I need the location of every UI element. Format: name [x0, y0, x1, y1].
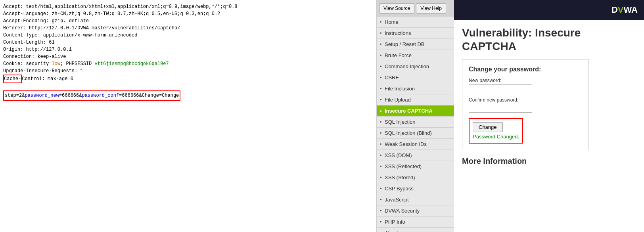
change-button[interactable]: Change [473, 122, 503, 132]
sidebar-item-csrf[interactable]: CSRF [377, 72, 454, 83]
sidebar-item-php-info[interactable]: PHP Info [377, 217, 454, 228]
sidebar-item-xss-reflected[interactable]: XSS (Reflected) [377, 161, 454, 172]
right-panel: DVWA Vulnerability: Insecure CAPTCHA Cha… [454, 0, 644, 232]
sidebar-item-sql-injection-blind[interactable]: SQL Injection (Blind) [377, 128, 454, 139]
sidebar-item-setup-reset-db[interactable]: Setup / Reset DB [377, 39, 454, 50]
line-referer: Referer: http://127.0.0.1/DVWA-master/vu… [3, 25, 373, 32]
more-info-heading: More Information [462, 157, 636, 166]
line-blank [3, 83, 373, 90]
sidebar-item-xss-dom[interactable]: XSS (DOM) [377, 150, 454, 161]
password-changed-msg: Password Changed. [473, 134, 519, 140]
navigation-panel: View Source View Help HomeInstructionsSe… [377, 0, 454, 232]
password-change-form: Change your password: New password: Conf… [462, 59, 589, 150]
line-accept: Accept: text/html,application/xhtml+xml,… [3, 3, 373, 10]
line-cache-control: Cache-Control: max-age=0 [3, 75, 373, 83]
sidebar-item-xss-stored[interactable]: XSS (Stored) [377, 172, 454, 183]
line-post-data: step=2&password_new=666666&password_conf… [3, 90, 373, 101]
line-accept-encoding: Accept-Encoding: gzip, deflate [3, 17, 373, 25]
form-title: Change your password: [469, 66, 582, 73]
change-area: Change Password Changed. [469, 118, 523, 144]
confirm-password-input[interactable] [469, 104, 532, 113]
sidebar-item-sql-injection[interactable]: SQL Injection [377, 117, 454, 128]
line-connection: Connection: keep-alive [3, 53, 373, 60]
top-buttons-bar: View Source View Help [377, 0, 454, 17]
sidebar-item-instructions[interactable]: Instructions [377, 28, 454, 39]
confirm-password-label: Confirm new password: [469, 97, 582, 103]
line-accept-language: Accept-Language: zh-CN,zh;q=0.8,zh-TW;q=… [3, 10, 373, 17]
sidebar-item-file-inclusion[interactable]: File Inclusion [377, 83, 454, 94]
sidebar-item-command-injection[interactable]: Command Injection [377, 61, 454, 72]
request-viewer: Accept: text/html,application/xhtml+xml,… [0, 0, 377, 232]
dvwa-header: DVWA [454, 0, 644, 20]
sidebar-item-file-upload[interactable]: File Upload [377, 94, 454, 105]
sidebar-item-about[interactable]: About [377, 228, 454, 232]
sidebar-item-brute-force[interactable]: Brute Force [377, 50, 454, 61]
new-password-input[interactable] [469, 84, 532, 93]
line-content-length: Content-Length: 61 [3, 39, 373, 46]
line-cookie: Cookie: security=low; PHPSESSID=vtt6jiss… [3, 60, 373, 67]
view-help-button[interactable]: View Help [416, 3, 446, 13]
sidebar-item-home[interactable]: Home [377, 17, 454, 28]
line-origin: Origin: http://127.0.0.1 [3, 46, 373, 53]
page-title: Vulnerability: Insecure CAPTCHA [462, 26, 636, 53]
view-source-button[interactable]: View Source [379, 3, 414, 13]
new-password-label: New password: [469, 78, 582, 83]
sidebar-item-insecure-captcha[interactable]: Insecure CAPTCHA [377, 105, 454, 117]
sidebar-item-weak-session-ids[interactable]: Weak Session IDs [377, 139, 454, 150]
dvwa-logo: DVWA [611, 5, 638, 15]
new-password-group: New password: [469, 78, 582, 93]
line-content-type: Content-Type: application/x-www-form-url… [3, 32, 373, 39]
sidebar-item-csp-bypass[interactable]: CSP Bypass [377, 183, 454, 194]
sidebar-item-javascript[interactable]: JavaScript [377, 194, 454, 205]
content-area: Vulnerability: Insecure CAPTCHA Change y… [454, 20, 644, 172]
line-upgrade: Upgrade-Insecure-Requests: 1 [3, 67, 373, 75]
confirm-password-group: Confirm new password: [469, 97, 582, 113]
sidebar-item-dvwa-security[interactable]: DVWA Security [377, 205, 454, 217]
nav-list: HomeInstructionsSetup / Reset DBBrute Fo… [377, 17, 454, 232]
